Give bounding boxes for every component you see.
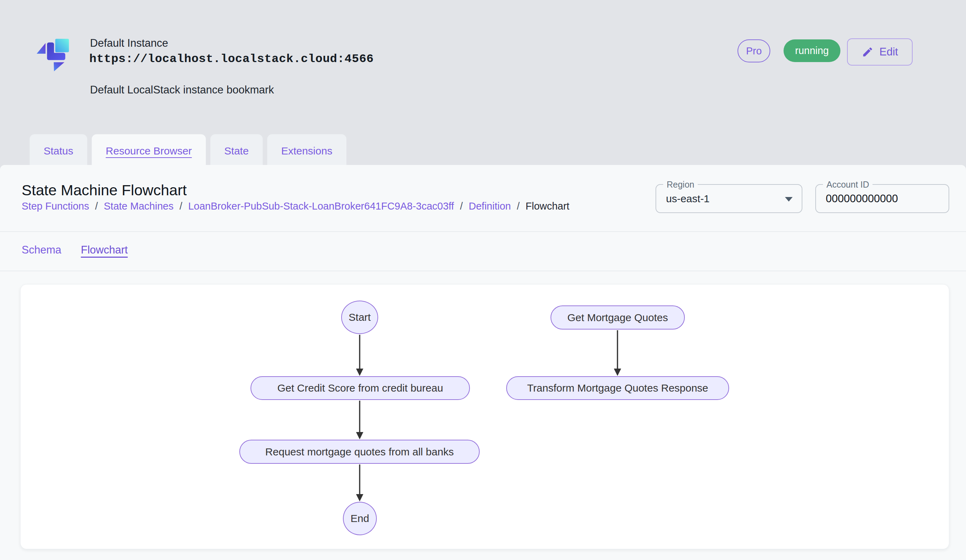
flowchart-card: Start Get Credit Score from credit burea…: [20, 284, 949, 549]
instance-title: Default Instance: [90, 37, 168, 49]
breadcrumb-separator: /: [517, 200, 519, 212]
tab-extensions[interactable]: Extensions: [267, 134, 347, 168]
breadcrumb-definition[interactable]: Definition: [469, 200, 511, 212]
page-title: State Machine Flowchart: [21, 182, 187, 199]
account-id-input[interactable]: [816, 185, 948, 212]
flowchart-node-get-mortgage-quotes: Get Mortgage Quotes: [550, 305, 685, 329]
instance-tabs: Status Resource Browser State Extensions: [30, 134, 347, 168]
tab-state[interactable]: State: [210, 134, 263, 168]
breadcrumb-flowchart: Flowchart: [526, 200, 569, 212]
instance-url: https://localhost.localstack.cloud:4566: [89, 52, 374, 65]
flowchart-node-start: Start: [341, 301, 378, 334]
subtab-flowchart[interactable]: Flowchart: [81, 244, 128, 259]
flowchart-node-end: End: [343, 502, 377, 535]
breadcrumb: Step Functions / State Machines / LoanBr…: [21, 200, 569, 212]
breadcrumb-separator: /: [95, 200, 98, 212]
tab-status-label: Status: [44, 145, 73, 157]
pro-badge: Pro: [738, 39, 770, 62]
status-badge: running: [784, 39, 840, 62]
instance-subtitle: Default LocalStack instance bookmark: [90, 84, 274, 96]
breadcrumb-separator: /: [460, 200, 463, 212]
flowchart-node-get-credit-score: Get Credit Score from credit bureau: [250, 376, 470, 400]
localstack-logo: [33, 35, 75, 77]
tab-status[interactable]: Status: [30, 134, 87, 168]
region-select-label: Region: [663, 179, 698, 190]
flowchart-node-transform-response: Transform Mortgage Quotes Response: [506, 376, 729, 400]
region-select[interactable]: Region us-east-1: [656, 184, 802, 213]
edit-button[interactable]: Edit: [847, 38, 913, 65]
region-select-value: us-east-1: [666, 193, 710, 205]
definition-subtabs: Schema Flowchart: [21, 244, 128, 259]
breadcrumb-state-machines[interactable]: State Machines: [104, 200, 174, 212]
breadcrumb-state-machine-name[interactable]: LoanBroker-PubSub-Stack-LoanBroker641FC9…: [188, 200, 454, 212]
tab-resource-browser[interactable]: Resource Browser: [92, 134, 206, 168]
flowchart-edges: [21, 285, 949, 549]
subtab-schema[interactable]: Schema: [21, 244, 61, 259]
pencil-icon: [862, 46, 874, 58]
flowchart-node-request-quotes: Request mortgage quotes from all banks: [239, 440, 480, 464]
account-id-field: Account ID: [815, 184, 949, 213]
edit-button-label: Edit: [879, 46, 898, 58]
breadcrumb-step-functions[interactable]: Step Functions: [21, 200, 89, 212]
chevron-down-icon: [785, 197, 793, 201]
divider: [0, 231, 966, 232]
breadcrumb-separator: /: [179, 200, 182, 212]
tab-extensions-label: Extensions: [281, 145, 332, 157]
tab-resource-browser-label: Resource Browser: [106, 145, 192, 157]
resource-browser-panel: State Machine Flowchart Step Functions /…: [0, 165, 966, 560]
tab-state-label: State: [224, 145, 249, 157]
divider: [0, 270, 966, 271]
